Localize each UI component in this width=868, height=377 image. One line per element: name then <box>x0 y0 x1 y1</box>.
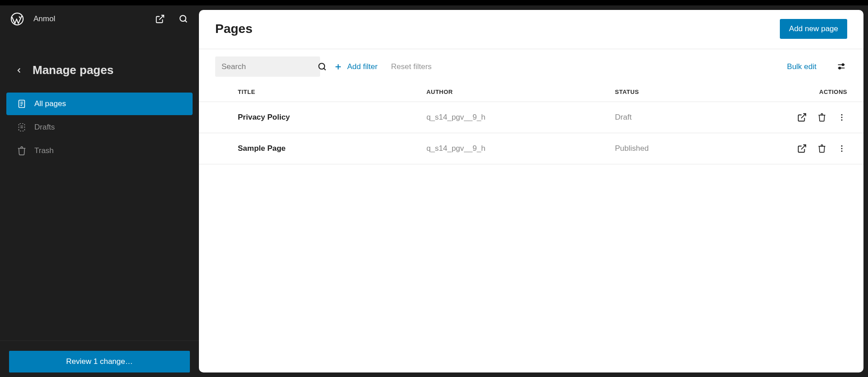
drafts-icon <box>16 122 27 133</box>
svg-point-22 <box>841 119 843 121</box>
column-header-actions: ACTIONS <box>766 88 847 95</box>
back-chevron-icon[interactable] <box>13 64 25 77</box>
open-external-icon[interactable] <box>797 112 807 123</box>
window-chrome-top <box>0 0 868 5</box>
trash-icon[interactable] <box>816 112 827 123</box>
row-author: q_s14_pgv__9_h <box>426 144 615 153</box>
sidebar-item-trash[interactable]: Trash <box>6 140 193 162</box>
open-external-icon[interactable] <box>797 143 807 154</box>
sidebar-item-label: All pages <box>34 99 66 108</box>
pages-icon <box>16 98 27 109</box>
row-title[interactable]: Sample Page <box>238 144 426 153</box>
panel-header: Pages Add new page <box>199 10 863 49</box>
sidebar: Anmol <box>0 5 199 377</box>
search-icon <box>317 62 327 72</box>
svg-point-25 <box>841 148 843 149</box>
svg-line-23 <box>801 145 806 149</box>
add-filter-button[interactable]: Add filter <box>334 62 377 71</box>
filter-toolbar: Add filter Reset filters Bulk edit <box>199 49 863 84</box>
sidebar-item-drafts[interactable]: Drafts <box>6 116 193 139</box>
bulk-edit-button[interactable]: Bulk edit <box>787 62 816 71</box>
trash-icon[interactable] <box>816 143 827 154</box>
table-row[interactable]: Sample Page q_s14_pgv__9_h Published <box>199 133 863 164</box>
column-header-status[interactable]: STATUS <box>615 88 766 95</box>
external-link-icon[interactable] <box>154 13 166 25</box>
svg-point-20 <box>841 114 843 116</box>
plus-icon <box>334 62 343 71</box>
more-actions-icon[interactable] <box>836 143 847 154</box>
svg-point-18 <box>839 67 840 69</box>
sidebar-footer: Review 1 change… <box>0 340 199 372</box>
add-filter-label: Add filter <box>347 62 377 71</box>
trash-icon <box>16 145 27 156</box>
svg-point-17 <box>842 64 844 65</box>
row-status: Published <box>615 144 766 153</box>
sidebar-header: Anmol <box>0 5 199 33</box>
search-icon[interactable] <box>177 13 190 25</box>
svg-rect-8 <box>19 124 25 131</box>
site-name[interactable]: Anmol <box>33 14 146 23</box>
svg-line-1 <box>159 15 164 20</box>
reset-filters-button[interactable]: Reset filters <box>391 62 432 71</box>
sidebar-title: Manage pages <box>33 63 113 77</box>
svg-point-24 <box>841 145 843 147</box>
pages-table: TITLE AUTHOR STATUS ACTIONS Privacy Poli… <box>199 84 863 164</box>
page-title: Pages <box>215 22 253 36</box>
column-header-author[interactable]: AUTHOR <box>426 88 615 95</box>
svg-point-26 <box>841 150 843 152</box>
add-new-page-button[interactable]: Add new page <box>780 19 847 39</box>
search-input[interactable] <box>222 62 317 71</box>
sidebar-item-all-pages[interactable]: All pages <box>6 93 193 115</box>
main-panel: Pages Add new page <box>199 10 863 372</box>
row-status: Draft <box>615 113 766 122</box>
svg-point-11 <box>319 63 325 69</box>
row-title[interactable]: Privacy Policy <box>238 113 426 122</box>
sidebar-item-label: Drafts <box>34 123 55 132</box>
more-actions-icon[interactable] <box>836 112 847 123</box>
svg-point-2 <box>180 15 186 21</box>
sidebar-item-label: Trash <box>34 146 54 155</box>
svg-line-12 <box>324 68 326 70</box>
review-changes-button[interactable]: Review 1 change… <box>9 351 190 372</box>
svg-line-3 <box>185 20 187 22</box>
search-box[interactable] <box>215 56 320 77</box>
svg-line-19 <box>801 114 806 118</box>
view-options-icon[interactable] <box>836 61 847 72</box>
wordpress-logo-icon[interactable] <box>9 11 25 27</box>
table-row[interactable]: Privacy Policy q_s14_pgv__9_h Draft <box>199 102 863 133</box>
svg-point-21 <box>841 117 843 118</box>
table-header: TITLE AUTHOR STATUS ACTIONS <box>199 84 863 102</box>
column-header-title[interactable]: TITLE <box>238 88 426 95</box>
row-author: q_s14_pgv__9_h <box>426 113 615 122</box>
sidebar-nav: All pages Drafts <box>0 93 199 162</box>
